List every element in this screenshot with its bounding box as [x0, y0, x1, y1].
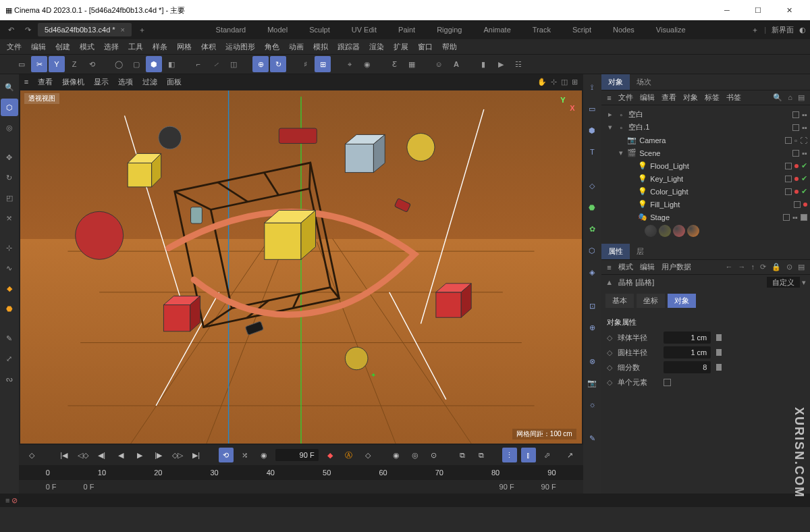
brush-tool[interactable]: ✎: [1, 329, 18, 347]
tree-row[interactable]: 🎭Stage▪▪: [604, 211, 807, 223]
mode-icon[interactable]: ⊗: [583, 352, 601, 370]
menu-item[interactable]: 选择: [104, 42, 119, 52]
menu-item[interactable]: 运动图形: [225, 42, 255, 52]
tool-icon[interactable]: ▭: [14, 56, 30, 72]
path-tool[interactable]: ᔓ: [1, 370, 18, 388]
menu-item[interactable]: 样条: [153, 42, 167, 52]
tool-icon[interactable]: ⌐: [190, 56, 207, 72]
live-select-tool[interactable]: ◎: [1, 119, 18, 136]
slider-handle[interactable]: [716, 334, 722, 341]
tool-icon[interactable]: ✂: [31, 56, 47, 72]
mode-icon[interactable]: ⟟: [583, 78, 601, 96]
tool-icon[interactable]: ▦: [404, 56, 420, 72]
minimize-button[interactable]: ─: [711, 0, 742, 20]
tool-icon[interactable]: ▶: [493, 56, 509, 72]
menu-item[interactable]: 窗口: [418, 42, 433, 52]
tl-icon[interactable]: ⧉: [474, 448, 489, 462]
menu-item[interactable]: 角色: [265, 42, 279, 52]
layout-label[interactable]: 新界面: [772, 25, 794, 35]
prev-frame-icon[interactable]: ◀|: [94, 448, 109, 462]
layout-standard[interactable]: Standard: [216, 26, 246, 34]
tl-icon[interactable]: ⧉: [455, 448, 470, 462]
hamburger-icon[interactable]: ≡: [5, 496, 9, 504]
tool-icon[interactable]: ☷: [510, 56, 526, 72]
tl-expand-icon[interactable]: ↗: [563, 448, 578, 462]
tool-icon[interactable]: ⊕: [252, 56, 269, 72]
menu-item[interactable]: 跟踪器: [338, 42, 360, 52]
tool-icon[interactable]: Y: [49, 56, 65, 72]
material-ball[interactable]: [645, 225, 657, 237]
tab-objects[interactable]: 对象: [601, 74, 630, 90]
tool-icon[interactable]: ↻: [270, 56, 286, 72]
play-back-icon[interactable]: ◀: [113, 448, 128, 462]
tl-icon[interactable]: ⫿: [521, 448, 536, 462]
tool-icon[interactable]: ⊞: [315, 56, 331, 72]
scale-tool[interactable]: ◰: [1, 189, 18, 207]
menu-item[interactable]: 帮助: [442, 42, 457, 52]
property-input[interactable]: [664, 361, 711, 373]
tl-icon[interactable]: ⋮: [502, 448, 517, 462]
next-frame-icon[interactable]: |▶: [151, 448, 166, 462]
axis-gizmo[interactable]: Y X: [560, 96, 574, 112]
tree-row[interactable]: 📷Camera▫⛶: [604, 134, 807, 147]
tool-icon[interactable]: ⟋: [208, 56, 224, 72]
layout-script[interactable]: Script: [572, 26, 591, 34]
object-tree[interactable]: ▸◦空白▪▪▾◦空白.1▪▪📷Camera▫⛶▾🎬Scene▪▪💡Flood_L…: [601, 105, 810, 244]
layout-uv edit[interactable]: UV Edit: [352, 26, 377, 34]
tool-icon[interactable]: ☺: [431, 56, 447, 72]
select-tool[interactable]: ⬡: [1, 99, 18, 116]
tool-icon[interactable]: ⬢: [146, 56, 162, 72]
slider-handle[interactable]: [716, 349, 722, 356]
rotate-tool[interactable]: ↻: [1, 169, 18, 186]
maximize-button[interactable]: ☐: [742, 0, 774, 20]
tab-layers[interactable]: 层: [630, 244, 651, 259]
menu-item[interactable]: 模拟: [313, 42, 328, 52]
vp-nav-icon[interactable]: ◫: [561, 78, 568, 86]
poly-tool[interactable]: ◆: [1, 280, 18, 297]
tree-row[interactable]: 💡Flood_Light✔: [604, 159, 807, 172]
mode-icon[interactable]: 📷: [583, 374, 601, 392]
mode-icon[interactable]: ▭: [583, 100, 601, 117]
tl-icon[interactable]: ◉: [389, 448, 404, 462]
tree-row[interactable]: 💡Fill_Light: [604, 198, 807, 211]
tree-row[interactable]: 💡Color_Light✔: [604, 185, 807, 198]
poly-tool[interactable]: ⬣: [1, 300, 18, 317]
transform-tool[interactable]: ⤧: [1, 209, 18, 227]
close-button[interactable]: ✕: [774, 0, 805, 20]
goto-start-icon[interactable]: |◀: [57, 448, 72, 462]
vp-menu-item[interactable]: 面板: [167, 78, 182, 86]
mode-icon[interactable]: ⬢: [583, 122, 601, 139]
tl-icon[interactable]: ⤮: [238, 448, 252, 462]
mode-icon[interactable]: ☼: [583, 396, 601, 413]
layout-model[interactable]: Model: [267, 26, 288, 34]
tree-row[interactable]: ▾◦空白.1▪▪: [604, 121, 807, 134]
tl-icon[interactable]: ⊙: [427, 448, 441, 462]
tool-icon[interactable]: ▮: [475, 56, 491, 72]
tl-icon[interactable]: ◉: [256, 448, 271, 462]
attr-mode-select[interactable]: 自定义: [767, 277, 800, 288]
undo-icon[interactable]: ↶: [4, 26, 18, 34]
goto-end-icon[interactable]: ▶|: [189, 448, 204, 462]
autokey-icon[interactable]: Ⓐ: [342, 448, 356, 462]
axis-tool[interactable]: ⊹: [1, 239, 18, 257]
layout-paint[interactable]: Paint: [398, 26, 415, 34]
mode-icon[interactable]: ◈: [583, 263, 601, 281]
close-tab-icon[interactable]: ×: [121, 26, 125, 34]
tool-icon[interactable]: ⟲: [84, 56, 100, 72]
loop-icon[interactable]: ⟲: [219, 448, 234, 462]
prev-key-icon[interactable]: ◁◇: [76, 448, 90, 462]
material-ball[interactable]: [687, 225, 699, 237]
vp-nav-icon[interactable]: ⊞: [572, 78, 578, 86]
tool-icon[interactable]: ◧: [163, 56, 180, 72]
menu-item[interactable]: 网格: [177, 42, 192, 52]
next-key-icon[interactable]: ◇▷: [170, 448, 185, 462]
menu-item[interactable]: 编辑: [31, 42, 46, 52]
tool-icon[interactable]: Z: [66, 56, 82, 72]
attr-subtab[interactable]: 对象: [668, 294, 696, 308]
vp-menu-item[interactable]: 显示: [94, 78, 109, 86]
tool-icon[interactable]: ⌖: [342, 56, 358, 72]
menu-item[interactable]: 创建: [55, 42, 70, 52]
vp-menu-item[interactable]: 过滤: [142, 78, 157, 86]
tree-row[interactable]: 💡Key_Light✔: [604, 172, 807, 185]
knife-tool[interactable]: ⤢: [1, 350, 18, 367]
